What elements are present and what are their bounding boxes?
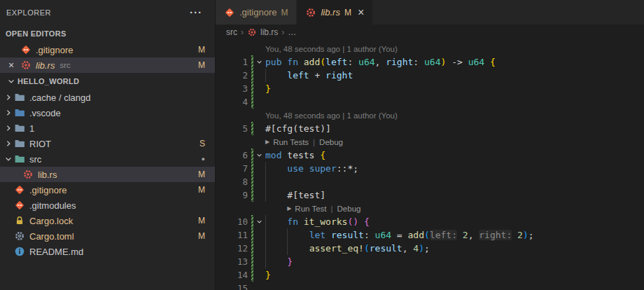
- line-number: 10: [216, 216, 248, 227]
- breadcrumb-file[interactable]: lib.rs: [260, 27, 278, 37]
- tree-item-vscode[interactable]: .vscode: [0, 105, 215, 120]
- tab-label: .gitignore: [239, 7, 276, 18]
- gutter-change-indicator: [251, 69, 253, 82]
- open-editor-label: .gitignore: [36, 45, 73, 55]
- twistie-slot: [3, 215, 14, 226]
- line-content: }: [265, 83, 271, 94]
- tree-item-label: RIOT: [29, 139, 51, 149]
- git-badge: ●: [202, 156, 205, 163]
- tree-item-cargo-lock[interactable]: Cargo.lockM: [0, 213, 215, 228]
- folder-icon: [14, 92, 25, 103]
- git-badge: M: [198, 231, 205, 241]
- code-line-4[interactable]: 4: [216, 95, 644, 109]
- blame-annotation[interactable]: You, 48 seconds ago | 1 author (You): [216, 109, 644, 122]
- breadcrumb: src › lib.rs › …: [216, 25, 644, 40]
- tree-item-riot[interactable]: RIOTS: [0, 136, 215, 151]
- git-badge: M: [344, 8, 351, 18]
- blame-text: You, 48 seconds ago | 1 author (You): [265, 45, 398, 53]
- tab-bar: .gitignoreMlib.rsM×: [216, 0, 644, 25]
- breadcrumb-separator: ›: [241, 27, 244, 37]
- vscode-window: EXPLORER ··· OPEN EDITORS .gitignoreM×li…: [0, 0, 644, 290]
- open-editors-label: OPEN EDITORS: [6, 29, 66, 38]
- line-content: use super::*;: [265, 163, 358, 174]
- twistie-slot: [3, 200, 14, 211]
- run-test-link[interactable]: Run Test: [295, 205, 326, 213]
- git-icon: [20, 44, 31, 55]
- close-slot: [6, 44, 17, 55]
- tab-gitignore[interactable]: .gitignoreM: [216, 0, 297, 25]
- folder-icon: [14, 153, 25, 165]
- close-icon[interactable]: ×: [6, 60, 17, 71]
- lens-separator: |: [313, 138, 315, 146]
- sidebar-title-bar: EXPLORER ···: [0, 0, 215, 25]
- open-editor-item-gitignore[interactable]: .gitignoreM: [0, 42, 215, 57]
- gutter-change-indicator: [251, 255, 253, 268]
- folder-icon: [14, 138, 25, 149]
- run-icon[interactable]: ▶: [265, 139, 270, 145]
- git-badge: M: [198, 45, 205, 55]
- codelens-row: ▶Run Tests|Debug: [216, 135, 644, 149]
- twistie-slot: [3, 184, 14, 195]
- tree-item-label: lib.rs: [38, 170, 57, 180]
- fold-icon[interactable]: [253, 151, 265, 160]
- line-number: 11: [216, 230, 248, 240]
- run-tests-link[interactable]: Run Tests: [273, 138, 309, 146]
- debug-link[interactable]: Debug: [337, 205, 361, 213]
- breadcrumb-more[interactable]: …: [288, 27, 296, 37]
- tree-item-label: 1: [29, 123, 34, 134]
- tree-item-1[interactable]: 1: [0, 120, 215, 136]
- code-line-7[interactable]: 7 use super::*;: [216, 162, 644, 175]
- line-content: pub fn add(left: u64, right: u64) -> u64…: [265, 57, 496, 67]
- blame-annotation[interactable]: You, 48 seconds ago | 1 author (You): [216, 42, 644, 55]
- lens-separator: |: [331, 205, 333, 213]
- code-line-2[interactable]: 2 left + right: [216, 69, 644, 82]
- tree-item-gitignore[interactable]: .gitignoreM: [0, 182, 215, 198]
- fold-icon[interactable]: [253, 217, 265, 226]
- tree-item-label: .vscode: [29, 108, 61, 118]
- tree-item-label: .cache / clangd: [29, 92, 90, 103]
- tree-item-label: Cargo.lock: [29, 216, 73, 226]
- tree-item-readme-md[interactable]: README.md: [0, 244, 215, 259]
- explorer-sidebar: EXPLORER ··· OPEN EDITORS .gitignoreM×li…: [0, 0, 215, 290]
- line-number: 5: [216, 123, 248, 134]
- open-editors-header[interactable]: OPEN EDITORS: [0, 25, 215, 42]
- tab-lib-rs[interactable]: lib.rsM×: [297, 0, 373, 25]
- tree-item-lib-rs[interactable]: lib.rsM: [0, 167, 215, 182]
- chevron-right-icon: [3, 107, 14, 118]
- fold-icon[interactable]: [253, 57, 265, 67]
- code-line-13[interactable]: 13 }: [216, 255, 644, 268]
- chevron-right-icon: [3, 138, 14, 149]
- git-badge: M: [198, 170, 205, 179]
- code-line-15[interactable]: 15: [216, 282, 644, 290]
- code-line-11[interactable]: 11 let result: u64 = add(left: 2, right:…: [216, 228, 644, 242]
- open-editor-item-lib-rs[interactable]: ×lib.rssrcM: [0, 57, 215, 73]
- tree-item-label: .gitignore: [29, 185, 66, 195]
- tree-item-src[interactable]: src●: [0, 151, 215, 167]
- chevron-right-icon: [3, 92, 14, 103]
- code-line-9[interactable]: 9 #[test]: [216, 188, 644, 202]
- tree-item-cache-clangd[interactable]: .cache / clangd: [0, 90, 215, 105]
- code-line-3[interactable]: 3}: [216, 82, 644, 95]
- debug-link[interactable]: Debug: [319, 138, 343, 146]
- code-line-8[interactable]: 8: [216, 175, 644, 188]
- tree-item-label: Cargo.toml: [29, 231, 74, 242]
- blame-text: You, 48 seconds ago | 1 author (You): [265, 111, 398, 120]
- code-line-10[interactable]: 10 fn it_works() {: [216, 215, 644, 228]
- code-line-5[interactable]: 5#[cfg(test)]: [216, 122, 644, 135]
- gutter-change-indicator: [251, 228, 253, 242]
- code-editor[interactable]: You, 48 seconds ago | 1 author (You)1pub…: [216, 40, 644, 290]
- codelens-row: ▶Run Test|Debug: [216, 202, 644, 215]
- line-content: let result: u64 = add(left: 2, right: 2)…: [265, 230, 534, 240]
- gutter-change-indicator: [251, 175, 253, 188]
- tree-item-cargo-toml[interactable]: Cargo.tomlM: [0, 228, 215, 244]
- close-icon[interactable]: ×: [358, 7, 364, 18]
- code-line-12[interactable]: 12 assert_eq!(result, 4);: [216, 242, 644, 255]
- tree-item-gitmodules[interactable]: .gitmodules: [0, 198, 215, 213]
- code-line-6[interactable]: 6mod tests {: [216, 149, 644, 162]
- workspace-label: HELLO_WORLD: [18, 77, 79, 85]
- code-line-14[interactable]: 14}: [216, 268, 644, 282]
- code-line-1[interactable]: 1pub fn add(left: u64, right: u64) -> u6…: [216, 55, 644, 69]
- breadcrumb-folder[interactable]: src: [226, 27, 237, 37]
- workspace-header[interactable]: HELLO_WORLD: [0, 73, 215, 90]
- run-icon[interactable]: ▶: [287, 205, 291, 212]
